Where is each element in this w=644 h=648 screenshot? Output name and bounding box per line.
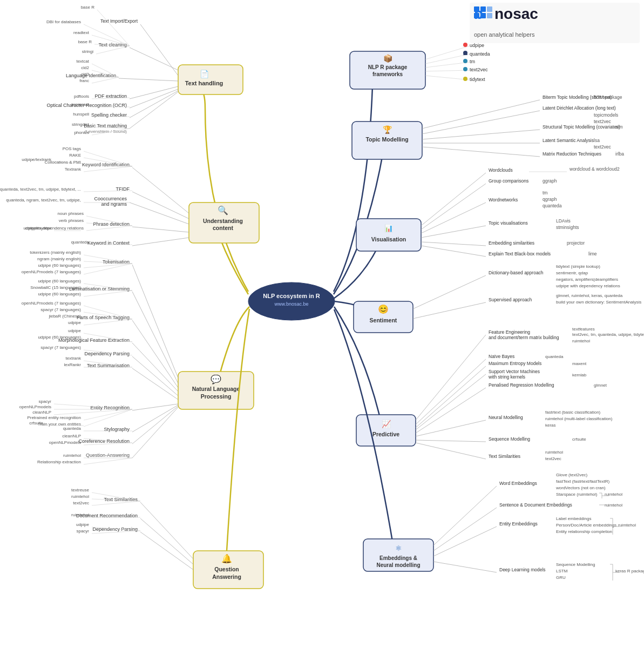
svg-text:ruimtehol: ruimtehol <box>605 492 622 497</box>
svg-text:spacyr (7 languages): spacyr (7 languages) <box>40 307 81 312</box>
svg-text:udpipe#syntax: udpipe#syntax <box>23 226 51 231</box>
svg-text:textreuse: textreuse <box>71 488 89 492</box>
svg-text:ruimtehol: ruimtehol <box>545 450 563 455</box>
svg-text:💬: 💬 <box>211 374 221 384</box>
svg-text:stminsights: stminsights <box>556 225 579 230</box>
svg-text:www.bnosac.be: www.bnosac.be <box>274 301 308 307</box>
svg-text:📄: 📄 <box>200 70 209 79</box>
svg-text:text2vec: text2vec <box>594 144 611 150</box>
svg-text:Matrix Reduction Techniques: Matrix Reduction Techniques <box>543 151 601 157</box>
svg-text:udpipe: udpipe <box>470 43 484 48</box>
svg-text:lsa: lsa <box>594 138 600 143</box>
svg-text:quanteda: quanteda <box>470 51 490 57</box>
svg-text:Topic visualisations: Topic visualisations <box>489 220 528 226</box>
svg-text:Dictionary-based approach: Dictionary-based approach <box>489 270 544 275</box>
svg-text:irlba: irlba <box>615 151 624 157</box>
svg-text:BTM package: BTM package <box>594 94 622 100</box>
svg-text:text2vec: text2vec <box>470 67 488 72</box>
svg-text:Sentiment: Sentiment <box>370 317 397 323</box>
svg-text:udpipe (60 languages): udpipe (60 languages) <box>38 263 81 268</box>
svg-text:sentimentr, qdap: sentimentr, qdap <box>556 271 588 275</box>
svg-text:POS tags: POS tags <box>63 146 81 151</box>
svg-text:Keyword in Context: Keyword in Context <box>87 240 130 246</box>
svg-text:Collocations & PMI: Collocations & PMI <box>44 160 81 165</box>
svg-text:Relationship extraction: Relationship extraction <box>37 460 81 464</box>
svg-text:tidytext: tidytext <box>470 77 485 82</box>
svg-text:maxent: maxent <box>572 361 587 366</box>
svg-text:content: content <box>213 225 233 231</box>
svg-text:Predictive: Predictive <box>372 431 399 437</box>
svg-text:projector: projector <box>567 240 585 246</box>
svg-text:qgraph: qgraph <box>543 197 557 202</box>
svg-text:ruimtehol: ruimtehol <box>71 494 89 499</box>
svg-text:verb phrases: verb phrases <box>59 218 84 223</box>
svg-text:Naïve Bayes: Naïve Bayes <box>489 354 514 359</box>
svg-text:Label embeddings: Label embeddings <box>556 516 591 521</box>
mindmap-svg: nosac b open analytical helpers NLP ecos… <box>0 0 644 648</box>
svg-text:Sequence Modelling: Sequence Modelling <box>556 562 595 567</box>
svg-text:stringi: stringi <box>82 49 94 54</box>
svg-text:udpipe (60 languages): udpipe (60 languages) <box>38 292 81 296</box>
svg-text:Entity relationship completion: Entity relationship completion <box>556 529 612 534</box>
svg-text:Understanding: Understanding <box>203 218 243 224</box>
svg-text:wordcloud & wordcloud2: wordcloud & wordcloud2 <box>569 166 620 172</box>
svg-text:ruimtehol: ruimtehol <box>618 523 636 528</box>
svg-text:Maximum Entropy Models: Maximum Entropy Models <box>489 361 541 366</box>
svg-text:udpipe: udpipe <box>68 320 82 325</box>
svg-text:Group comparisons: Group comparisons <box>489 178 528 184</box>
svg-text:tm: tm <box>543 190 547 195</box>
svg-text:Support Vector Machines: Support Vector Machines <box>489 369 540 374</box>
svg-text:Supervised approach: Supervised approach <box>489 297 532 302</box>
svg-text:Text Import/Export: Text Import/Export <box>100 18 138 24</box>
svg-text:Basic Text matching: Basic Text matching <box>84 123 127 129</box>
svg-point-211 <box>463 59 467 63</box>
svg-text:text2vec: text2vec <box>73 501 89 505</box>
svg-text:Cooccurrences: Cooccurrences <box>94 196 127 201</box>
mindmap-canvas: nosac b open analytical helpers NLP ecos… <box>0 0 644 648</box>
svg-text:cld3: cld3 <box>81 72 89 77</box>
svg-text:spacyr: spacyr <box>38 399 51 404</box>
svg-text:Spelling checker: Spelling checker <box>91 112 127 118</box>
svg-text:quanteda: quanteda <box>71 240 90 245</box>
svg-text:LDAvis: LDAvis <box>556 218 571 224</box>
svg-text:nosac: nosac <box>494 5 538 22</box>
svg-text:negators, amplifiers|deamplifi: negators, amplifiers|deamplifiers <box>556 277 618 282</box>
svg-text:cld2: cld2 <box>81 65 89 70</box>
svg-text:Text Summarisation: Text Summarisation <box>87 363 130 368</box>
svg-rect-239 <box>356 219 421 251</box>
svg-text:and ngrams: and ngrams <box>101 201 127 207</box>
svg-text:Penalised Regression Modelling: Penalised Regression Modelling <box>489 382 554 388</box>
svg-text:ruimtehol: ruimtehol <box>572 339 590 343</box>
svg-text:jiebaR (Chinese): jiebaR (Chinese) <box>48 314 81 319</box>
svg-text:📦: 📦 <box>383 54 393 63</box>
svg-text:Coreference Resolution: Coreference Resolution <box>78 438 130 444</box>
svg-text:udpipe (60 languages): udpipe (60 languages) <box>38 279 81 284</box>
svg-text:kernlab: kernlab <box>572 373 587 377</box>
svg-text:pdftools: pdftools <box>74 94 89 99</box>
svg-text:⚛: ⚛ <box>395 544 402 552</box>
svg-text:Embeddings &: Embeddings & <box>379 555 417 561</box>
svg-text:openNLPmodels: openNLPmodels <box>19 404 51 409</box>
svg-text:🏆: 🏆 <box>383 125 392 134</box>
svg-text:Neural modelling: Neural modelling <box>376 562 420 568</box>
svg-text:Topic Modelling: Topic Modelling <box>365 136 408 143</box>
svg-text:Text handling: Text handling <box>185 80 223 86</box>
svg-text:textrank: textrank <box>66 356 82 361</box>
svg-text:textfeatures: textfeatures <box>572 327 595 332</box>
svg-text:LSTM: LSTM <box>556 569 568 573</box>
svg-text:quanteda: quanteda <box>63 426 82 431</box>
svg-text:Feature Engineering: Feature Engineering <box>489 329 530 335</box>
svg-text:Structural Topic Modelling (co: Structural Topic Modelling (covariates) <box>543 124 620 130</box>
svg-text:text2vec: text2vec <box>545 456 561 461</box>
svg-text:🔔: 🔔 <box>221 554 232 564</box>
svg-text:tesseract: tesseract <box>72 102 90 107</box>
svg-text:Person/Doc/Article embeddings: Person/Doc/Article embeddings <box>556 523 616 528</box>
svg-text:GRU: GRU <box>556 575 566 580</box>
svg-text:text2vec, tm, quanteda, udpipe: text2vec, tm, quanteda, udpipe, tidytext <box>572 332 644 337</box>
svg-text:📈: 📈 <box>382 420 391 429</box>
svg-text:text2vec: text2vec <box>594 119 611 124</box>
svg-text:b: b <box>474 5 483 22</box>
svg-text:Stylography: Stylography <box>104 427 130 432</box>
svg-text:tidytext (simple lookup): tidytext (simple lookup) <box>556 264 600 269</box>
svg-text:Tokenisation: Tokenisation <box>103 259 130 265</box>
